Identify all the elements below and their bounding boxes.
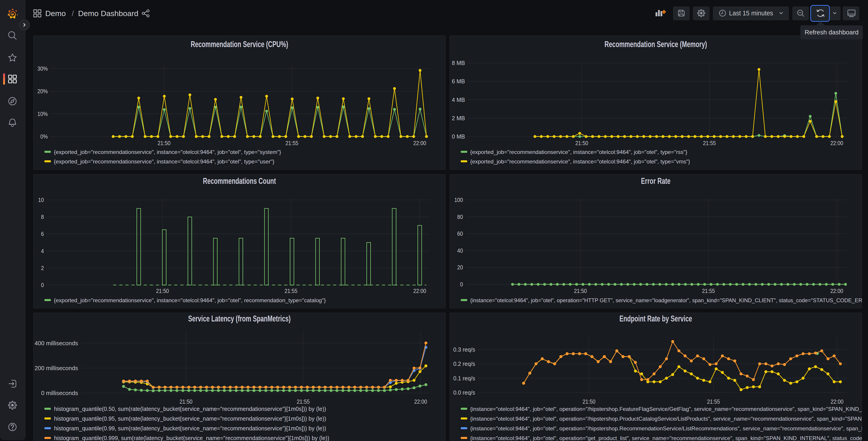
svg-text:22:00: 22:00 <box>830 140 843 146</box>
svg-text:21:55: 21:55 <box>297 398 310 405</box>
svg-text:Service Latency (from SpanMetr: Service Latency (from SpanMetrics) <box>188 314 291 323</box>
svg-text:{instance="otelcol:9464", job=: {instance="otelcol:9464", job="otel", op… <box>470 435 868 441</box>
svg-text:2 MB: 2 MB <box>452 115 465 122</box>
svg-text:80: 80 <box>457 213 463 220</box>
svg-text:8 MB: 8 MB <box>452 60 465 66</box>
svg-text:0: 0 <box>460 281 463 288</box>
svg-text:0 milliseconds: 0 milliseconds <box>41 390 78 396</box>
svg-text:Recommendation Service (CPU%): Recommendation Service (CPU%) <box>191 40 288 49</box>
svg-text:histogram_quantile(0.50, sum(r: histogram_quantile(0.50, sum(rate(latenc… <box>54 406 326 412</box>
svg-text:0.3 req/s: 0.3 req/s <box>453 346 475 353</box>
svg-text:{instance="otelcol:9464", job=: {instance="otelcol:9464", job="otel", op… <box>470 425 868 432</box>
svg-text:21:55: 21:55 <box>702 288 715 294</box>
svg-text:21:50: 21:50 <box>180 398 192 405</box>
svg-text:{exported_job="recommendations: {exported_job="recommendationservice", i… <box>54 297 326 303</box>
svg-text:21:50: 21:50 <box>157 140 170 146</box>
svg-text:21:55: 21:55 <box>703 140 716 146</box>
svg-text:Error Rate: Error Rate <box>641 176 671 186</box>
svg-text:40: 40 <box>457 247 463 254</box>
svg-text:200 milliseconds: 200 milliseconds <box>35 365 78 372</box>
svg-text:21:50: 21:50 <box>583 398 595 405</box>
svg-text:21:50: 21:50 <box>575 140 588 146</box>
svg-text:2: 2 <box>41 265 44 271</box>
svg-text:0.1 req/s: 0.1 req/s <box>453 375 475 382</box>
svg-text:22:00: 22:00 <box>413 140 426 146</box>
svg-text:Recommendation Service (Memory: Recommendation Service (Memory) <box>604 40 707 49</box>
svg-text:{exported_job="recommendations: {exported_job="recommendationservice", i… <box>54 149 281 155</box>
svg-text:Demo: Demo <box>45 9 66 18</box>
svg-text:Last 15 minutes: Last 15 minutes <box>729 9 773 17</box>
svg-text:22:00: 22:00 <box>413 288 426 294</box>
svg-text:{exported_job="recommendations: {exported_job="recommendationservice", i… <box>54 158 274 165</box>
svg-text:0.0 req/s: 0.0 req/s <box>453 389 475 396</box>
svg-text:0%: 0% <box>40 133 48 140</box>
svg-text:4: 4 <box>41 248 44 255</box>
svg-text:{instance="otelcol:9464", job=: {instance="otelcol:9464", job="otel", op… <box>470 297 868 303</box>
svg-text:22:00: 22:00 <box>831 398 843 405</box>
svg-text:0: 0 <box>41 282 44 288</box>
svg-text:22:00: 22:00 <box>830 288 843 294</box>
svg-text:21:55: 21:55 <box>284 288 297 294</box>
svg-text:21:55: 21:55 <box>285 140 298 146</box>
svg-text:histogram_quantile(0.99, sum(r: histogram_quantile(0.99, sum(rate(latenc… <box>54 425 326 432</box>
svg-text:/: / <box>72 9 74 18</box>
svg-text:20: 20 <box>457 264 463 271</box>
svg-text:21:50: 21:50 <box>574 288 587 294</box>
svg-text:Recommendations Count: Recommendations Count <box>203 176 276 186</box>
svg-text:{exported_job="recommendations: {exported_job="recommendationservice", i… <box>470 158 690 165</box>
svg-text:8: 8 <box>41 213 44 220</box>
svg-text:0 MB: 0 MB <box>452 133 465 140</box>
svg-text:4 MB: 4 MB <box>452 96 465 103</box>
svg-text:6 MB: 6 MB <box>452 78 465 85</box>
svg-text:10%: 10% <box>37 111 48 117</box>
svg-text:{instance="otelcol:9464", job=: {instance="otelcol:9464", job="otel", op… <box>470 416 868 422</box>
svg-text:400 milliseconds: 400 milliseconds <box>35 340 78 347</box>
svg-text:10: 10 <box>38 197 44 203</box>
svg-text:21:50: 21:50 <box>156 288 169 294</box>
svg-text:30%: 30% <box>37 65 48 72</box>
svg-text:6: 6 <box>41 231 44 237</box>
svg-text:{instance="otelcol:9464", job=: {instance="otelcol:9464", job="otel", op… <box>470 406 868 412</box>
svg-text:60: 60 <box>457 230 463 237</box>
svg-text:100: 100 <box>454 197 463 203</box>
svg-text:histogram_quantile(0.95, sum(r: histogram_quantile(0.95, sum(rate(latenc… <box>54 415 326 422</box>
svg-text:20%: 20% <box>37 88 48 95</box>
svg-text:Demo Dashboard: Demo Dashboard <box>78 9 138 18</box>
svg-text:{exported_job="recommendations: {exported_job="recommendationservice", i… <box>470 149 687 155</box>
svg-text:0.2 req/s: 0.2 req/s <box>453 360 475 367</box>
svg-text:Endpoint Rate by Service: Endpoint Rate by Service <box>619 314 692 323</box>
svg-text:histogram_quantile(0.999, sum(: histogram_quantile(0.999, sum(rate(laten… <box>54 435 329 441</box>
svg-text:21:55: 21:55 <box>707 398 720 405</box>
svg-text:22:00: 22:00 <box>414 398 427 405</box>
